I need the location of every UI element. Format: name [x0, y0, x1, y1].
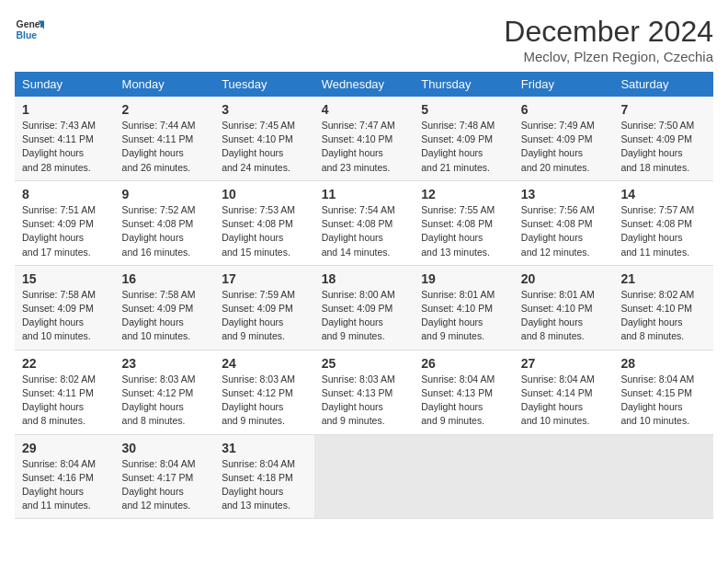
day-number: 12	[421, 187, 506, 201]
header-monday: Monday	[115, 72, 215, 97]
days-header-row: SundayMondayTuesdayWednesdayThursdayFrid…	[15, 72, 713, 97]
day-info: Sunrise: 7:50 AM Sunset: 4:09 PM Dayligh…	[620, 119, 706, 175]
calendar-cell: 24 Sunrise: 8:03 AM Sunset: 4:12 PM Dayl…	[214, 350, 314, 434]
day-info: Sunrise: 7:52 AM Sunset: 4:08 PM Dayligh…	[122, 203, 208, 259]
day-info: Sunrise: 7:58 AM Sunset: 4:09 PM Dayligh…	[122, 288, 208, 344]
calendar-cell: 8 Sunrise: 7:51 AM Sunset: 4:09 PM Dayli…	[15, 180, 115, 265]
day-number: 25	[322, 356, 407, 371]
day-number: 22	[22, 356, 108, 371]
day-info: Sunrise: 7:48 AM Sunset: 4:09 PM Dayligh…	[421, 119, 506, 175]
day-info: Sunrise: 8:02 AM Sunset: 4:11 PM Dayligh…	[22, 373, 108, 429]
calendar-cell: 28 Sunrise: 8:04 AM Sunset: 4:15 PM Dayl…	[613, 350, 713, 434]
day-info: Sunrise: 7:51 AM Sunset: 4:09 PM Dayligh…	[22, 203, 108, 259]
calendar-cell: 17 Sunrise: 7:59 AM Sunset: 4:09 PM Dayl…	[214, 265, 314, 350]
header-thursday: Thursday	[414, 72, 514, 97]
day-info: Sunrise: 8:01 AM Sunset: 4:10 PM Dayligh…	[421, 288, 506, 344]
day-info: Sunrise: 7:44 AM Sunset: 4:11 PM Dayligh…	[122, 119, 208, 175]
calendar-cell: 29 Sunrise: 8:04 AM Sunset: 4:16 PM Dayl…	[15, 434, 115, 519]
day-number: 26	[421, 356, 506, 371]
day-info: Sunrise: 7:49 AM Sunset: 4:09 PM Dayligh…	[521, 119, 607, 175]
logo: General Blue	[15, 15, 44, 44]
header-tuesday: Tuesday	[214, 72, 314, 97]
svg-text:Blue: Blue	[17, 30, 38, 40]
day-number: 3	[222, 102, 307, 117]
day-info: Sunrise: 7:45 AM Sunset: 4:10 PM Dayligh…	[222, 119, 307, 175]
header-friday: Friday	[514, 72, 614, 97]
day-info: Sunrise: 8:04 AM Sunset: 4:18 PM Dayligh…	[222, 457, 307, 513]
location-subtitle: Meclov, Plzen Region, Czechia	[504, 49, 713, 64]
header-saturday: Saturday	[613, 72, 713, 97]
day-number: 9	[122, 187, 208, 201]
calendar-cell: 1 Sunrise: 7:43 AM Sunset: 4:11 PM Dayli…	[15, 97, 115, 180]
calendar-cell: 20 Sunrise: 8:01 AM Sunset: 4:10 PM Dayl…	[514, 265, 614, 350]
day-number: 21	[620, 271, 706, 286]
calendar-cell: 19 Sunrise: 8:01 AM Sunset: 4:10 PM Dayl…	[414, 265, 514, 350]
day-number: 19	[421, 271, 506, 286]
calendar-cell: 31 Sunrise: 8:04 AM Sunset: 4:18 PM Dayl…	[214, 434, 314, 519]
day-number: 8	[22, 187, 108, 201]
calendar-cell: 2 Sunrise: 7:44 AM Sunset: 4:11 PM Dayli…	[115, 97, 215, 180]
day-info: Sunrise: 8:04 AM Sunset: 4:13 PM Dayligh…	[421, 373, 506, 429]
day-number: 17	[222, 271, 307, 286]
day-info: Sunrise: 7:59 AM Sunset: 4:09 PM Dayligh…	[222, 288, 307, 344]
day-info: Sunrise: 7:47 AM Sunset: 4:10 PM Dayligh…	[322, 119, 407, 175]
day-number: 7	[620, 102, 706, 117]
calendar-cell: 10 Sunrise: 7:53 AM Sunset: 4:08 PM Dayl…	[214, 180, 314, 265]
calendar-cell: 16 Sunrise: 7:58 AM Sunset: 4:09 PM Dayl…	[115, 265, 215, 350]
header: General Blue December 2024 Meclov, Plzen…	[15, 15, 713, 64]
day-number: 2	[122, 102, 208, 117]
day-info: Sunrise: 7:55 AM Sunset: 4:08 PM Dayligh…	[421, 203, 506, 259]
calendar-cell: 21 Sunrise: 8:02 AM Sunset: 4:10 PM Dayl…	[613, 265, 713, 350]
calendar-cell	[414, 434, 514, 519]
title-section: December 2024 Meclov, Plzen Region, Czec…	[504, 15, 713, 64]
day-number: 28	[620, 356, 706, 371]
calendar-cell: 25 Sunrise: 8:03 AM Sunset: 4:13 PM Dayl…	[314, 350, 415, 434]
day-info: Sunrise: 8:03 AM Sunset: 4:12 PM Dayligh…	[222, 373, 307, 429]
day-info: Sunrise: 7:54 AM Sunset: 4:08 PM Dayligh…	[322, 203, 407, 259]
calendar-cell: 27 Sunrise: 8:04 AM Sunset: 4:14 PM Dayl…	[514, 350, 614, 434]
logo-icon: General Blue	[15, 15, 44, 44]
day-info: Sunrise: 8:01 AM Sunset: 4:10 PM Dayligh…	[521, 288, 607, 344]
calendar-table: SundayMondayTuesdayWednesdayThursdayFrid…	[15, 72, 713, 519]
day-number: 29	[22, 441, 108, 455]
day-info: Sunrise: 8:04 AM Sunset: 4:14 PM Dayligh…	[521, 373, 607, 429]
day-info: Sunrise: 8:00 AM Sunset: 4:09 PM Dayligh…	[322, 288, 407, 344]
calendar-cell: 6 Sunrise: 7:49 AM Sunset: 4:09 PM Dayli…	[514, 97, 614, 180]
day-number: 24	[222, 356, 307, 371]
week-row-1: 1 Sunrise: 7:43 AM Sunset: 4:11 PM Dayli…	[15, 97, 713, 180]
day-number: 30	[122, 441, 208, 455]
day-info: Sunrise: 7:58 AM Sunset: 4:09 PM Dayligh…	[22, 288, 108, 344]
day-info: Sunrise: 8:04 AM Sunset: 4:16 PM Dayligh…	[22, 457, 108, 513]
day-info: Sunrise: 7:56 AM Sunset: 4:08 PM Dayligh…	[521, 203, 607, 259]
calendar-cell: 23 Sunrise: 8:03 AM Sunset: 4:12 PM Dayl…	[115, 350, 215, 434]
calendar-cell	[314, 434, 415, 519]
day-info: Sunrise: 8:03 AM Sunset: 4:13 PM Dayligh…	[322, 373, 407, 429]
day-number: 18	[322, 271, 407, 286]
header-sunday: Sunday	[15, 72, 115, 97]
day-number: 10	[222, 187, 307, 201]
calendar-cell: 3 Sunrise: 7:45 AM Sunset: 4:10 PM Dayli…	[214, 97, 314, 180]
day-number: 11	[322, 187, 407, 201]
day-number: 31	[222, 441, 307, 455]
day-number: 23	[122, 356, 208, 371]
day-number: 14	[620, 187, 706, 201]
calendar-cell: 9 Sunrise: 7:52 AM Sunset: 4:08 PM Dayli…	[115, 180, 215, 265]
day-info: Sunrise: 7:43 AM Sunset: 4:11 PM Dayligh…	[22, 119, 108, 175]
month-title: December 2024	[504, 15, 713, 49]
day-number: 15	[22, 271, 108, 286]
calendar-cell: 18 Sunrise: 8:00 AM Sunset: 4:09 PM Dayl…	[314, 265, 415, 350]
calendar-cell	[613, 434, 713, 519]
day-info: Sunrise: 8:04 AM Sunset: 4:15 PM Dayligh…	[620, 373, 706, 429]
day-info: Sunrise: 7:57 AM Sunset: 4:08 PM Dayligh…	[620, 203, 706, 259]
day-number: 6	[521, 102, 607, 117]
day-info: Sunrise: 7:53 AM Sunset: 4:08 PM Dayligh…	[222, 203, 307, 259]
day-info: Sunrise: 8:02 AM Sunset: 4:10 PM Dayligh…	[620, 288, 706, 344]
week-row-4: 22 Sunrise: 8:02 AM Sunset: 4:11 PM Dayl…	[15, 350, 713, 434]
day-number: 1	[22, 102, 108, 117]
day-number: 13	[521, 187, 607, 201]
calendar-cell: 5 Sunrise: 7:48 AM Sunset: 4:09 PM Dayli…	[414, 97, 514, 180]
week-row-3: 15 Sunrise: 7:58 AM Sunset: 4:09 PM Dayl…	[15, 265, 713, 350]
day-info: Sunrise: 8:04 AM Sunset: 4:17 PM Dayligh…	[122, 457, 208, 513]
day-number: 5	[421, 102, 506, 117]
day-number: 27	[521, 356, 607, 371]
